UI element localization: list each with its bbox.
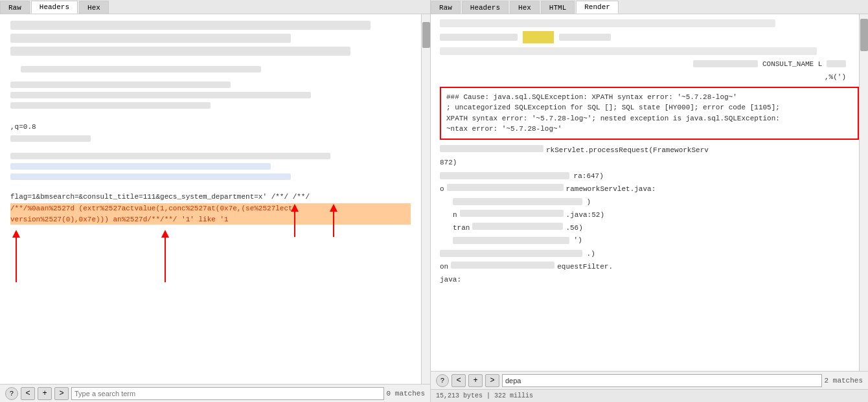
error-line-3: XPATH syntax error: '~5.7.28-log~'; nest… — [446, 113, 852, 124]
tab-headers-right[interactable]: Headers — [462, 1, 508, 14]
blurred-inline — [827, 60, 846, 67]
tab-render-right[interactable]: Render — [576, 1, 619, 14]
right-scrollbar[interactable] — [859, 14, 868, 371]
blurred-row-blue — [10, 173, 291, 180]
tab-hex-left[interactable]: Hex — [79, 1, 109, 14]
error-line-4: ~ntax error: '~5.7.28-log~' — [446, 124, 852, 135]
right-blurred-row — [440, 19, 775, 27]
right-add-button[interactable]: + — [468, 374, 483, 387]
blurred-inline — [451, 262, 554, 269]
error-line-1: ### Cause: java.sql.SQLException: XPATH … — [446, 92, 852, 103]
right-help-button[interactable]: ? — [436, 374, 449, 387]
stack-trace-section: rkServlet.processRequest(FrameworkServ 8… — [440, 145, 859, 285]
url-line-1: flag=1&bmsearch=&consult_title=111&gecs_… — [10, 192, 411, 203]
tab-hex-right[interactable]: Hex — [510, 1, 540, 14]
url-section: flag=1&bmsearch=&consult_title=111&gecs_… — [0, 190, 421, 228]
left-prev-button[interactable]: < — [21, 387, 35, 400]
stack-line-5: ) — [440, 197, 859, 208]
left-add-button[interactable]: + — [38, 387, 52, 400]
blurred-inline — [453, 198, 582, 205]
blurred-mid2-section — [0, 135, 421, 190]
left-matches-text: 0 matches — [387, 390, 425, 397]
blurred-row — [10, 82, 231, 88]
stack-line-1: rkServlet.processRequest(FrameworkServ — [440, 145, 859, 156]
blurred-inline — [453, 237, 569, 244]
tab-headers-left[interactable]: Headers — [31, 1, 78, 14]
blurred-inline — [440, 145, 543, 152]
percent-line: ,%(') — [440, 72, 859, 83]
percent-text: ,%(') — [825, 73, 846, 81]
right-status-bar: 15,213 bytes | 322 millis — [431, 389, 868, 402]
left-tabs: Raw Headers Hex — [0, 0, 430, 14]
right-prev-button[interactable]: < — [451, 374, 466, 387]
red-arrow-1 — [6, 227, 26, 285]
blurred-inline — [440, 250, 582, 257]
right-tabs: Raw Headers Hex HTML Render — [431, 0, 868, 14]
stack-line-2: 872) — [440, 157, 859, 168]
left-scroll-content[interactable]: ,q=0.8 flag=1&bmsearch=&consult_title=11… — [0, 14, 430, 384]
right-blurred-row — [440, 47, 817, 55]
left-scrollbar[interactable] — [421, 14, 430, 384]
tab-html-right[interactable]: HTML — [541, 1, 575, 14]
stack-line-4: o rameworkServlet.java: — [440, 184, 859, 195]
main-container: Raw Headers Hex — [0, 0, 868, 402]
right-bottom-bar: ? < + > 2 matches — [431, 371, 868, 389]
left-scrollbar-thumb[interactable] — [422, 22, 430, 48]
stack-872: 872) — [440, 159, 457, 166]
blurred-inline — [440, 34, 518, 41]
q-value-line: ,q=0.8 — [0, 119, 421, 135]
right-content-area: CONSULT_NAME L ,%(') ### Cause: java.sql… — [431, 14, 868, 371]
red-arrow-2 — [155, 227, 175, 285]
arrows-section — [0, 227, 421, 285]
left-search-input[interactable] — [71, 387, 384, 400]
stack-line-10: on equestFilter. — [440, 262, 859, 273]
blurred-top-section — [0, 14, 421, 66]
left-panel: Raw Headers Hex — [0, 0, 431, 402]
left-next-button[interactable]: > — [54, 387, 69, 400]
stack-line-3: ra:647) — [440, 171, 859, 182]
error-line-2: ; uncategorized SQLException for SQL [];… — [446, 102, 852, 113]
stack-line-9: .) — [440, 249, 859, 260]
stack-line-7: tran .56) — [440, 223, 859, 234]
right-scrollbar-thumb[interactable] — [860, 19, 868, 51]
stack-line-8: ') — [440, 235, 859, 246]
blurred-mid-section — [0, 66, 421, 119]
blurred-inline — [693, 60, 758, 67]
right-matches-text: 2 matches — [825, 377, 863, 385]
tab-raw-left[interactable]: Raw — [0, 1, 30, 14]
consult-name-line: CONSULT_NAME L — [440, 59, 859, 70]
left-help-button[interactable]: ? — [5, 387, 18, 400]
blurred-inline — [559, 34, 611, 41]
q-value-text: ,q=0.8 — [10, 123, 36, 131]
yellow-row — [440, 31, 859, 43]
blurred-inline — [447, 184, 564, 191]
blurred-row — [10, 47, 350, 56]
stack-line-6: n .java:52) — [440, 210, 859, 221]
blurred-inline — [472, 223, 563, 230]
blurred-inline — [440, 172, 569, 179]
file-info-text: 15,213 bytes | 322 millis — [436, 392, 533, 399]
right-search-input[interactable] — [502, 374, 822, 387]
blurred-row — [10, 34, 291, 43]
red-arrow-4 — [324, 201, 343, 240]
url-line-3-highlight: version%2527(0),0x7e))) an%2527d/**/**/ … — [10, 214, 411, 225]
right-panel: Raw Headers Hex HTML Render CONSULT_ — [431, 0, 868, 402]
error-box: ### Cause: java.sql.SQLException: XPATH … — [440, 87, 859, 140]
blurred-row — [21, 66, 261, 73]
blurred-row — [10, 92, 311, 98]
blurred-row-blue — [10, 163, 271, 170]
red-arrow-3 — [285, 201, 304, 240]
left-content-area: ,q=0.8 flag=1&bmsearch=&consult_title=11… — [0, 14, 430, 384]
right-next-button[interactable]: > — [485, 374, 499, 387]
blurred-row — [10, 21, 371, 30]
blurred-inline — [460, 210, 564, 217]
right-blurred-top — [440, 19, 859, 55]
yellow-highlight-box — [523, 31, 554, 43]
blurred-row — [10, 135, 91, 142]
consult-name-text: CONSULT_NAME L — [762, 60, 822, 68]
left-bottom-bar: ? < + > 0 matches — [0, 384, 430, 402]
url-line-2-highlight: /**/%0aan%2527d (extr%2527actvalue(1,con… — [10, 203, 411, 214]
tab-raw-right[interactable]: Raw — [431, 1, 461, 14]
stack-java-line: java: — [440, 274, 859, 285]
blurred-row — [10, 153, 330, 159]
